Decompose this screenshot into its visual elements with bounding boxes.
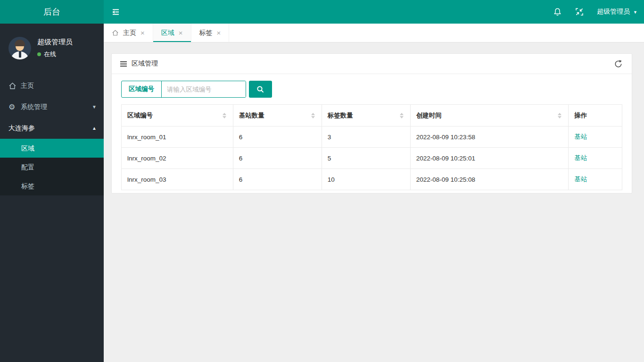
tab-bar: 主页 × 区域 × 标签 × (104, 24, 644, 42)
refresh-button[interactable] (611, 57, 625, 70)
cell-stations: 6 (233, 126, 322, 148)
tab-label: 主页 (123, 29, 136, 37)
cell-stations: 6 (233, 148, 322, 169)
sidebar-item-home[interactable]: 主页 (0, 75, 104, 96)
sidebar-item-system-management[interactable]: ⚙ 系统管理 ▼ (0, 96, 104, 118)
search-input[interactable] (162, 81, 246, 97)
table-row: lnrx_room_03 6 10 2022-08-09 10:25:08 基站 (122, 169, 622, 190)
user-menu[interactable]: 超级管理员 ▼ (590, 0, 644, 24)
panel-header: 区域管理 (112, 54, 632, 74)
sidebar-item-label: 大连海参 (8, 124, 92, 133)
chevron-up-icon: ▲ (92, 126, 97, 131)
sidebar-toggle-icon (111, 8, 120, 16)
refresh-icon (614, 59, 623, 68)
chevron-down-icon: ▼ (92, 104, 97, 109)
sort-icon[interactable] (557, 112, 562, 119)
close-icon[interactable]: × (140, 29, 145, 36)
tab-region[interactable]: 区域 × (153, 24, 191, 42)
column-header-stations: 基站数量 (233, 105, 322, 126)
app-logo[interactable]: 后台 (0, 0, 104, 24)
main-content: 主页 × 区域 × 标签 × 区域管理 (104, 24, 644, 362)
base-station-link[interactable]: 基站 (574, 133, 587, 140)
cell-region: lnrx_room_01 (122, 126, 233, 148)
sidebar-item-label: 主页 (21, 82, 97, 90)
close-icon[interactable]: × (217, 29, 221, 36)
cell-created: 2022-08-09 10:23:58 (410, 126, 569, 148)
sort-icon[interactable] (310, 112, 316, 119)
cell-tags: 3 (322, 126, 410, 148)
sidebar-subitem-region[interactable]: 区域 (0, 139, 104, 158)
notifications-button[interactable] (546, 0, 569, 24)
sidebar-item-label: 系统管理 (21, 103, 92, 111)
search-row: 区域编号 (121, 81, 622, 98)
sidebar-toggle-button[interactable] (104, 0, 128, 24)
navbar: 超级管理员 ▼ (104, 0, 644, 24)
sidebar-subitem-config[interactable]: 配置 (0, 158, 104, 177)
avatar (8, 37, 31, 59)
region-management-panel: 区域管理 区域编号 (111, 53, 632, 194)
user-panel: 超级管理员 在线 (0, 24, 104, 68)
sidebar-subitem-tag[interactable]: 标签 (0, 177, 104, 195)
home-icon (112, 29, 119, 36)
online-status-dot (37, 52, 41, 56)
sort-icon[interactable] (222, 112, 227, 119)
search-field-label: 区域编号 (122, 81, 162, 97)
bell-icon (553, 8, 562, 17)
table-row: lnrx_room_02 6 5 2022-08-09 10:25:01 基站 (122, 148, 622, 169)
close-icon[interactable]: × (179, 29, 183, 36)
sidebar-submenu: 区域 配置 标签 (0, 139, 104, 195)
topbar: 后台 (0, 0, 644, 24)
user-name: 超级管理员 (37, 38, 73, 47)
sidebar-menu: 主页 ⚙ 系统管理 ▼ 大连海参 ▲ 区域 配置 标签 (0, 75, 104, 195)
panel-body: 区域编号 (112, 74, 632, 193)
table-header-row: 区域编号 基站数量 标签数量 (122, 105, 622, 126)
column-header-tags: 标签数量 (322, 105, 410, 126)
gear-icon: ⚙ (8, 103, 21, 111)
search-icon (256, 85, 264, 93)
tab-label: 区域 (161, 29, 174, 37)
panel-title: 区域管理 (132, 59, 158, 68)
chevron-down-icon: ▼ (633, 10, 637, 15)
table-row: lnrx_room_01 6 3 2022-08-09 10:23:58 基站 (122, 126, 622, 148)
sidebar: 超级管理员 在线 主页 ⚙ 系统管理 ▼ 大连海参 ▲ (0, 24, 104, 362)
cell-tags: 5 (322, 148, 410, 169)
column-header-created: 创建时间 (410, 105, 569, 126)
region-table: 区域编号 基站数量 标签数量 (121, 104, 622, 190)
sort-icon[interactable] (399, 112, 405, 119)
online-status-label: 在线 (44, 50, 56, 59)
column-header-region: 区域编号 (122, 105, 233, 126)
cell-stations: 6 (233, 169, 322, 190)
fullscreen-toggle-button[interactable] (569, 0, 590, 24)
home-icon (8, 82, 21, 90)
cell-region: lnrx_room_02 (122, 148, 233, 169)
column-header-action: 操作 (569, 105, 622, 126)
cell-region: lnrx_room_03 (122, 169, 233, 190)
tab-tag[interactable]: 标签 × (191, 24, 230, 42)
base-station-link[interactable]: 基站 (574, 154, 587, 161)
search-group: 区域编号 (121, 81, 246, 98)
cell-created: 2022-08-09 10:25:01 (410, 148, 569, 169)
cell-created: 2022-08-09 10:25:08 (410, 169, 569, 190)
list-icon (120, 61, 127, 67)
tab-home[interactable]: 主页 × (104, 24, 153, 42)
search-button[interactable] (249, 81, 272, 98)
user-menu-label: 超级管理员 (597, 8, 630, 16)
compress-icon (575, 8, 584, 16)
tab-label: 标签 (199, 29, 213, 37)
sidebar-item-dalian-haishen[interactable]: 大连海参 ▲ (0, 118, 104, 139)
cell-tags: 10 (322, 169, 410, 190)
base-station-link[interactable]: 基站 (574, 176, 587, 183)
